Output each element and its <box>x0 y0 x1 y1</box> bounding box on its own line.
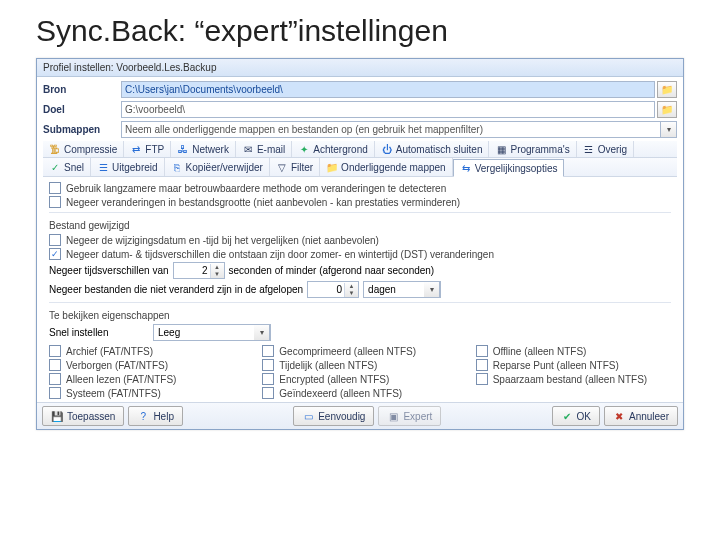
prop-alleenlezen-checkbox[interactable] <box>49 373 61 385</box>
prop-label: Gecomprimeerd (alleen NTFS) <box>279 346 416 357</box>
prop-label: Verborgen (FAT/NTFS) <box>66 360 168 371</box>
submappen-dropdown-arrow[interactable]: ▾ <box>661 121 677 138</box>
tab-label: Netwerk <box>192 144 229 155</box>
prop-label: Alleen lezen (FAT/NTFS) <box>66 374 176 385</box>
tab-kopieer[interactable]: ⎘Kopiëer/verwijder <box>165 158 270 176</box>
programs-icon: ▦ <box>495 143 507 155</box>
ignore-seconds-spinner[interactable]: ▲▼ <box>173 262 225 279</box>
prop-geindexeerd-checkbox[interactable] <box>262 387 274 399</box>
bottom-button-bar: 💾Toepassen ?Help ▭Eenvoudig ▣Expert ✔OK … <box>37 402 683 429</box>
bron-input[interactable] <box>121 81 655 98</box>
prop-reparse-checkbox[interactable] <box>476 359 488 371</box>
spin-down-icon[interactable]: ▼ <box>211 271 224 278</box>
prop-label: Encrypted (alleen NTFS) <box>279 374 389 385</box>
form-area: Bron 📁 Doel 📁 Submappen ▾ 🗜Compressie ⇄F… <box>37 77 683 402</box>
prop-label: Offline (alleen NTFS) <box>493 346 587 357</box>
tab-label: E-mail <box>257 144 285 155</box>
opt-ignore-dst-checkbox[interactable] <box>49 248 61 260</box>
opt-ignore-dst-label: Negeer datum- & tijdsverschillen die ont… <box>66 249 494 260</box>
ignore-days-input[interactable] <box>308 282 344 297</box>
check-icon: ✔ <box>561 410 573 422</box>
copy-icon: ⎘ <box>171 161 183 173</box>
tab-snel[interactable]: ✓Snel <box>43 158 91 176</box>
prop-gecomprimeerd-checkbox[interactable] <box>262 345 274 357</box>
spin-up-icon[interactable]: ▲ <box>345 283 358 290</box>
prop-offline-checkbox[interactable] <box>476 345 488 357</box>
tab-row-1: 🗜Compressie ⇄FTP 🖧Netwerk ✉E-mail ✦Achte… <box>43 141 677 158</box>
tab-autosluiten[interactable]: ⏻Automatisch sluiten <box>375 141 490 157</box>
prop-label: Spaarzaam bestand (alleen NTFS) <box>493 374 648 385</box>
spin-down-icon[interactable]: ▼ <box>345 290 358 297</box>
opt-slow-detect-checkbox[interactable] <box>49 182 61 194</box>
opt-ignore-date-checkbox[interactable] <box>49 234 61 246</box>
tab-label: Kopiëer/verwijder <box>186 162 263 173</box>
annuleer-button[interactable]: ✖Annuleer <box>604 406 678 426</box>
help-button[interactable]: ?Help <box>128 406 183 426</box>
tab-label: FTP <box>145 144 164 155</box>
bron-browse-button[interactable]: 📁 <box>657 81 677 98</box>
tab-onderliggende[interactable]: 📁Onderliggende mappen <box>320 158 453 176</box>
ignore-days-unit-select[interactable]: dagen▾ <box>363 281 441 298</box>
tab-uitgebreid[interactable]: ☰Uitgebreid <box>91 158 165 176</box>
submappen-label: Submappen <box>43 124 121 135</box>
tab-programmas[interactable]: ▦Programma's <box>489 141 576 157</box>
submappen-select[interactable] <box>121 121 661 138</box>
expert-button[interactable]: ▣Expert <box>378 406 441 426</box>
doel-input[interactable] <box>121 101 655 118</box>
subfolders-icon: 📁 <box>326 161 338 173</box>
ftp-icon: ⇄ <box>130 143 142 155</box>
tab-label: Onderliggende mappen <box>341 162 446 173</box>
tab-vergelijkingsopties[interactable]: ⇆Vergelijkingsopties <box>453 159 565 177</box>
prop-tijdelijk-checkbox[interactable] <box>262 359 274 371</box>
prop-label: Systeem (FAT/NTFS) <box>66 388 161 399</box>
prop-label: Reparse Punt (alleen NTFS) <box>493 360 619 371</box>
folder-icon: 📁 <box>661 84 673 95</box>
prop-verborgen-checkbox[interactable] <box>49 359 61 371</box>
cancel-icon: ✖ <box>613 410 625 422</box>
prop-encrypted-checkbox[interactable] <box>262 373 274 385</box>
prop-label: Tijdelijk (alleen NTFS) <box>279 360 377 371</box>
tab-email[interactable]: ✉E-mail <box>236 141 292 157</box>
toepassen-button[interactable]: 💾Toepassen <box>42 406 124 426</box>
tab-netwerk[interactable]: 🖧Netwerk <box>171 141 236 157</box>
tab-label: Vergelijkingsopties <box>475 163 558 174</box>
chevron-down-icon: ▾ <box>424 281 440 298</box>
tab-filter[interactable]: ▽Filter <box>270 158 320 176</box>
doel-browse-button[interactable]: 📁 <box>657 101 677 118</box>
background-icon: ✦ <box>298 143 310 155</box>
eenvoudig-button[interactable]: ▭Eenvoudig <box>293 406 374 426</box>
opt-ignore-size-checkbox[interactable] <box>49 196 61 208</box>
section-changed-title: Bestand gewijzigd <box>49 216 671 233</box>
snel-instellen-select[interactable]: Leeg▾ <box>153 324 271 341</box>
fast-icon: ✓ <box>49 161 61 173</box>
ignore-seconds-label-a: Negeer tijdsverschillen van <box>49 265 169 276</box>
tab-overig[interactable]: ☲Overig <box>577 141 634 157</box>
slide-title: Sync.Back: “expert”instellingen <box>0 0 720 54</box>
ignore-days-spinner[interactable]: ▲▼ <box>307 281 359 298</box>
spin-up-icon[interactable]: ▲ <box>211 264 224 271</box>
ignore-days-label: Negeer bestanden die niet veranderd zijn… <box>49 284 303 295</box>
ignore-seconds-input[interactable] <box>174 263 210 278</box>
tab-rows: 🗜Compressie ⇄FTP 🖧Netwerk ✉E-mail ✦Achte… <box>43 141 677 177</box>
snel-instellen-value: Leeg <box>154 327 254 338</box>
help-icon: ? <box>137 410 149 422</box>
tab-label: Programma's <box>510 144 569 155</box>
tab-achtergrond[interactable]: ✦Achtergrond <box>292 141 374 157</box>
ok-button[interactable]: ✔OK <box>552 406 600 426</box>
tab-label: Achtergrond <box>313 144 367 155</box>
prop-spaarzaam-checkbox[interactable] <box>476 373 488 385</box>
button-label: Annuleer <box>629 411 669 422</box>
tab-ftp[interactable]: ⇄FTP <box>124 141 171 157</box>
tab-label: Uitgebreid <box>112 162 158 173</box>
ignore-seconds-label-b: seconden of minder (afgerond naar second… <box>229 265 435 276</box>
snel-instellen-label: Snel instellen <box>49 327 149 338</box>
button-label: OK <box>577 411 591 422</box>
tab-compressie[interactable]: 🗜Compressie <box>43 141 124 157</box>
tab-label: Snel <box>64 162 84 173</box>
button-label: Toepassen <box>67 411 115 422</box>
prop-archief-checkbox[interactable] <box>49 345 61 357</box>
bron-label: Bron <box>43 84 121 95</box>
prop-systeem-checkbox[interactable] <box>49 387 61 399</box>
prop-label: Geïndexeerd (alleen NTFS) <box>279 388 402 399</box>
expert-icon: ▣ <box>387 410 399 422</box>
